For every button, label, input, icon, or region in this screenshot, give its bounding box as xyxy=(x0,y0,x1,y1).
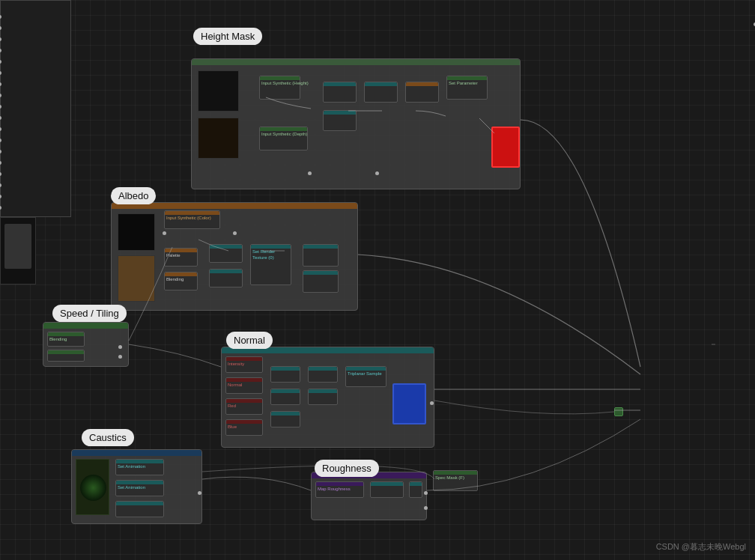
speed-tiling-group: Blending xyxy=(43,322,129,367)
normal-group: Intensity Normal Red Blue Triplanar Samp… xyxy=(221,347,434,448)
dot-rp-7 xyxy=(0,82,1,86)
inode-cau-1[interactable]: Set Animation xyxy=(115,459,164,475)
roughness-label: Roughness xyxy=(315,460,379,477)
inode-alb-5[interactable] xyxy=(209,269,243,287)
dot-rp-6 xyxy=(0,71,1,75)
inode-hm-3[interactable] xyxy=(323,82,357,103)
dot-nm-1 xyxy=(430,401,434,405)
caustics-header xyxy=(72,450,201,456)
caustics-label: Caustics xyxy=(82,429,134,446)
inode-cau-3[interactable] xyxy=(115,501,164,517)
albedo-group: Input Synthetic (Color) Palette Blending… xyxy=(111,202,358,311)
inode-alb-6[interactable] xyxy=(303,244,339,267)
inode-hm-1[interactable]: Input Synthetic (Height) xyxy=(259,76,300,100)
inode-alb-4[interactable] xyxy=(209,244,243,263)
inode-hm-2[interactable]: Input Synthetic (Depth) xyxy=(259,127,308,150)
height-mask-label: Height Mask xyxy=(193,28,262,45)
inode-hm-6[interactable] xyxy=(405,82,439,103)
right-panel xyxy=(0,0,71,217)
dot-rp-17 xyxy=(0,195,1,198)
inode-hm-4[interactable] xyxy=(323,110,357,131)
inode-nm-6[interactable] xyxy=(270,389,300,405)
output-red xyxy=(491,127,520,168)
normal-blue-output xyxy=(392,383,426,424)
watermark: CSDN @暮志未晚Webgl xyxy=(656,541,746,553)
far-right-panel xyxy=(0,217,36,284)
albedo-thumb-2 xyxy=(118,255,155,302)
dot-rp-8 xyxy=(0,94,1,97)
height-mask-thumb-1 xyxy=(198,70,239,112)
dot-st-2 xyxy=(118,355,122,359)
dot-alb-2 xyxy=(233,231,237,235)
dot-rou-2 xyxy=(424,506,428,510)
dot-hm-2 xyxy=(308,171,312,175)
albedo-label: Albedo xyxy=(111,187,156,204)
dot-rp-12 xyxy=(0,139,1,142)
dot-st-1 xyxy=(118,345,122,349)
inode-alb-teal[interactable]: Set Render Texture (0) xyxy=(250,244,291,285)
dot-rp-13 xyxy=(0,150,1,153)
height-mask-thumb-2 xyxy=(198,118,239,159)
dot-rp-4 xyxy=(0,49,1,52)
inode-alb-3[interactable]: Blending xyxy=(164,272,198,290)
inode-hm-7[interactable]: Set Parameter xyxy=(446,76,488,100)
inode-st-1[interactable]: Blending xyxy=(47,332,85,347)
height-mask-header xyxy=(192,59,520,65)
dot-rp-14 xyxy=(0,161,1,165)
dot-rp-3 xyxy=(0,37,1,41)
dot-rp-1 xyxy=(0,15,1,19)
albedo-thumb-1 xyxy=(118,213,155,251)
speed-tiling-label: Speed / Tiling xyxy=(52,305,127,322)
dot-alb-1 xyxy=(163,231,166,235)
inode-nm-triplanar[interactable]: Triplanar Sample xyxy=(345,366,386,387)
dot-rp-5 xyxy=(0,60,1,64)
inode-nm-8[interactable] xyxy=(308,366,338,383)
inode-nm-2[interactable]: Normal xyxy=(225,377,263,394)
inode-nm-4[interactable]: Blue xyxy=(225,419,263,436)
dot-rp-16 xyxy=(0,183,1,187)
inode-rou-2[interactable] xyxy=(370,481,404,498)
inode-nm-3[interactable]: Red xyxy=(225,398,263,415)
inode-roughness-output[interactable]: Spec Mask (F) xyxy=(433,470,478,491)
dot-rp-18 xyxy=(0,206,1,210)
caustics-thumb xyxy=(76,459,109,515)
inode-st-2[interactable] xyxy=(47,350,85,362)
dot-hm-1 xyxy=(375,171,379,175)
caustics-group: Set Animation Set Animation xyxy=(71,449,202,524)
dot-rp-9 xyxy=(0,105,1,109)
speed-tiling-header xyxy=(43,323,128,329)
inode-alb-2[interactable]: Palette xyxy=(164,248,198,267)
inode-nm-1[interactable]: Intensity xyxy=(225,356,263,373)
inode-rou-1[interactable]: Map Roughness xyxy=(315,481,364,498)
inode-rou-3[interactable] xyxy=(409,481,422,498)
normal-label: Normal xyxy=(226,332,273,349)
inode-nm-9[interactable] xyxy=(308,389,338,405)
dot-cau-1 xyxy=(198,491,201,495)
inode-hm-5[interactable] xyxy=(364,82,398,103)
roughness-group: Map Roughness xyxy=(311,472,427,520)
small-green-connector xyxy=(614,407,623,416)
inode-nm-7[interactable] xyxy=(270,411,300,427)
dot-rou-1 xyxy=(424,491,428,495)
inode-alb-7[interactable] xyxy=(303,270,339,293)
inode-alb-1[interactable]: Input Synthetic (Color) xyxy=(164,210,220,229)
dot-rp-11 xyxy=(0,127,1,131)
dot-rp-2 xyxy=(0,26,1,30)
inode-nm-5[interactable] xyxy=(270,366,300,383)
inode-cau-2[interactable]: Set Animation xyxy=(115,480,164,496)
dot-rp-10 xyxy=(0,116,1,120)
far-right-thumb xyxy=(4,224,31,269)
dot-rp-15 xyxy=(0,172,1,176)
height-mask-group: Input Synthetic (Height) Input Synthetic… xyxy=(191,58,521,189)
